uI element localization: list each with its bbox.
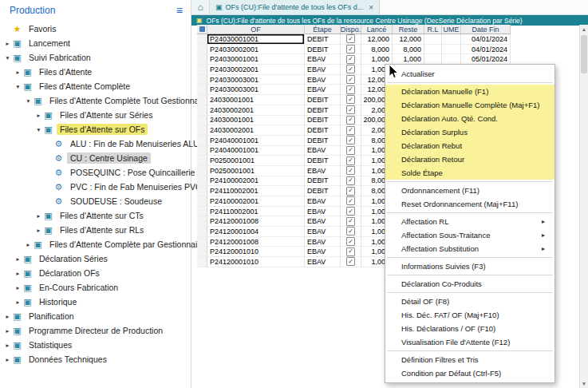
cell-dispo[interactable]: ✓ — [341, 156, 361, 166]
sidebar-item[interactable]: ▸▣Files d'Attente Complète par Gestionna… — [0, 237, 191, 251]
menu-item-his-d-c-fat-of-maj-f10[interactable]: His. Déc. FAT/ OF (Maj+F10) — [385, 308, 554, 322]
cell-etape[interactable]: DEBIT — [305, 156, 341, 166]
cell-dispo[interactable]: ✓ — [341, 45, 361, 55]
cell-dispo[interactable]: ✓ — [341, 75, 361, 85]
dispo-checkbox[interactable]: ✓ — [346, 176, 355, 185]
collapsed-arrow-icon[interactable]: ▸ — [34, 112, 43, 119]
cell-of[interactable]: P24120001004 — [207, 227, 305, 237]
row-selector[interactable] — [197, 95, 207, 105]
dispo-checkbox[interactable]: ✓ — [346, 105, 355, 114]
sidebar-item[interactable]: ⚙PVC : Fin de Fab Menuiseries PVC — [0, 180, 191, 194]
cell-of[interactable]: P0250001001 — [207, 156, 305, 166]
dispo-checkbox[interactable]: ✓ — [346, 166, 355, 175]
menu-item-condition-par-d-faut-ctrl-f5[interactable]: Condition par Défaut (Ctrl-F5) — [385, 366, 554, 380]
row-selector[interactable] — [197, 216, 207, 227]
cell-ume[interactable] — [442, 34, 461, 45]
menu-item-d-finition-filtres-et-tris[interactable]: Définition Filtres et Tris — [385, 353, 554, 366]
row-selector[interactable] — [197, 166, 207, 176]
menu-item-d-claration-retour[interactable]: Déclaration Retour — [385, 152, 554, 166]
cell-etape[interactable]: EBAV — [305, 237, 341, 247]
cell-dispo[interactable]: ✓ — [341, 105, 361, 116]
collapsed-arrow-icon[interactable]: ▸ — [3, 327, 12, 335]
cell-of[interactable]: P24030002001 — [207, 65, 305, 75]
collapsed-arrow-icon[interactable]: ▸ — [3, 40, 12, 47]
cell-dispo[interactable]: ✓ — [341, 237, 361, 247]
cell-dispo[interactable]: ✓ — [341, 85, 361, 95]
home-tab[interactable]: ⌂ — [191, 0, 210, 14]
collapsed-arrow-icon[interactable]: ▸ — [14, 69, 22, 76]
collapsed-arrow-icon[interactable]: ▸ — [24, 241, 33, 248]
cell-of[interactable]: P24110002001 — [207, 186, 305, 196]
row-selector[interactable] — [197, 34, 207, 45]
menu-item-solde-tape[interactable]: Solde Étape — [385, 166, 554, 180]
dispo-checkbox[interactable]: ✓ — [346, 227, 355, 236]
cell-etape[interactable]: EBAV — [305, 85, 341, 95]
menu-item-d-tail-of-f8[interactable]: Détail OF (F8) — [385, 295, 554, 308]
cell-etape[interactable]: EBAV — [305, 216, 341, 227]
dispo-checkbox[interactable]: ✓ — [346, 207, 355, 216]
cell-etape[interactable]: EBAV — [305, 146, 341, 156]
cell-of[interactable]: P24110002001 — [207, 207, 305, 217]
column-header-dispo-[interactable]: Dispo. — [341, 25, 361, 34]
row-selector[interactable] — [197, 116, 207, 126]
row-selector[interactable] — [197, 176, 207, 187]
menu-item-ordonnancement-f11[interactable]: Ordonnancement (F11) — [385, 184, 554, 197]
menu-item-d-claration-co-produits[interactable]: Déclaration Co-Produits — [385, 277, 554, 291]
cell-of[interactable]: P24030001001 — [207, 34, 305, 45]
row-selector[interactable] — [197, 247, 207, 257]
cell-etape[interactable]: DEBIT — [305, 136, 341, 146]
column-header-lanc-[interactable]: Lancé — [361, 25, 393, 34]
cell-etape[interactable]: EBAV — [305, 65, 341, 75]
cell-of[interactable]: P24030003001 — [207, 75, 305, 85]
dispo-checkbox[interactable]: ✓ — [346, 187, 355, 196]
menu-item-informations-suivies-f3[interactable]: Informations Suivies (F3) — [385, 259, 554, 273]
cell-dispo[interactable]: ✓ — [341, 257, 361, 267]
row-selector[interactable] — [197, 227, 207, 237]
menu-item-d-claration-auto-qt-cond[interactable]: Déclaration Auto. Qté. Cond. — [385, 112, 554, 125]
cell-of[interactable]: P24040001001 — [207, 136, 305, 146]
cell-dispo[interactable]: ✓ — [341, 166, 361, 176]
sidebar-item[interactable]: ⚙POSEQUINC : Pose Quincaillerie — [0, 165, 191, 180]
sidebar-item[interactable]: ▸▣Lancement — [0, 36, 191, 50]
cell-dispo[interactable]: ✓ — [341, 216, 361, 227]
cell-etape[interactable]: DEBIT — [305, 125, 341, 136]
collapsed-arrow-icon[interactable]: ▸ — [14, 284, 22, 291]
sidebar-item[interactable]: ▸▣Files d'Attente sur RLs — [0, 223, 191, 237]
menu-item-d-claration-manuelle-f1[interactable]: Déclaration Manuelle (F1) — [385, 85, 554, 98]
dispo-checkbox[interactable]: ✓ — [346, 257, 355, 266]
cell-of[interactable]: 24030001001 — [207, 116, 305, 126]
row-selector[interactable] — [197, 75, 207, 85]
cell-rl[interactable] — [424, 34, 442, 45]
scroll-track[interactable] — [580, 34, 588, 379]
cell-of[interactable]: P24030003001 — [207, 85, 305, 95]
sidebar-item[interactable]: ▾▣Files d'Attente Complète — [0, 79, 191, 93]
cell-date[interactable]: 04/01/2024 — [461, 45, 511, 55]
row-selector[interactable] — [197, 186, 207, 196]
cell-lance[interactable]: 12,000 — [361, 34, 393, 45]
sidebar-item[interactable]: ▾▣Files d'Attente sur OFs — [0, 122, 191, 137]
sidebar-item[interactable]: ▾▣Files d'Attente Complète Tout Gestionn… — [0, 93, 191, 108]
collapsed-arrow-icon[interactable]: ▸ — [3, 356, 12, 363]
dispo-checkbox[interactable]: ✓ — [346, 247, 355, 256]
collapsed-arrow-icon[interactable]: ▸ — [14, 299, 22, 306]
row-selector[interactable] — [197, 257, 207, 267]
cell-of[interactable]: P24100002001 — [207, 176, 305, 187]
cell-etape[interactable]: EBAV — [305, 54, 341, 65]
cell-of[interactable]: P24030001001 — [207, 54, 305, 65]
sidebar-item[interactable]: ⚙SOUDEUSE : Soudeuse — [0, 194, 191, 208]
cell-of[interactable]: P24030002001 — [207, 45, 305, 55]
collapsed-arrow-icon[interactable]: ▸ — [14, 255, 22, 263]
cell-dispo[interactable]: ✓ — [341, 247, 361, 257]
cell-ume[interactable] — [442, 45, 461, 55]
cell-of[interactable]: P0250001001 — [207, 166, 305, 176]
cell-dispo[interactable]: ✓ — [341, 116, 361, 126]
dispo-checkbox[interactable]: ✓ — [346, 85, 355, 94]
menu-item-reset-ordonnancement-maj-f11[interactable]: Reset Ordonnancement (Maj+F11) — [385, 197, 554, 211]
menu-item-affectation-rl[interactable]: Affectation RL▸ — [385, 215, 554, 228]
cell-etape[interactable]: EBAV — [305, 207, 341, 217]
cell-etape[interactable]: EBAV — [305, 75, 341, 85]
sidebar-item[interactable]: ▸▣Programme Directeur de Production — [0, 323, 191, 338]
row-selector[interactable] — [197, 65, 207, 75]
cell-lance[interactable]: 8,000 — [361, 45, 393, 55]
cell-of[interactable]: P24120001008 — [207, 216, 305, 227]
